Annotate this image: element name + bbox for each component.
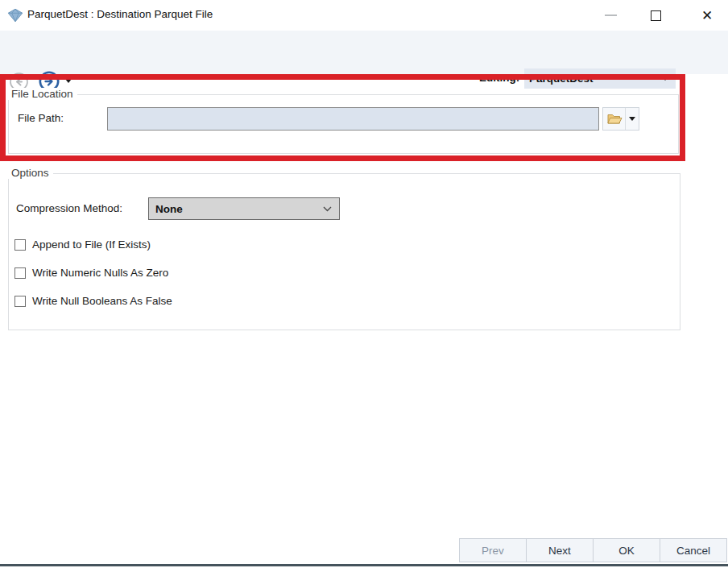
checkbox-label: Write Null Booleans As False [32,295,172,307]
minimize-icon [605,15,617,16]
browse-folder-button[interactable] [603,108,625,130]
cancel-button[interactable]: Cancel [660,538,727,562]
editing-combobox[interactable]: ParquetDest [524,68,676,89]
maximize-button[interactable] [638,0,673,31]
checkbox-label: Append to File (If Exists) [32,238,151,251]
browse-control [602,107,639,131]
editing-label: Editing: [479,72,519,84]
browse-dropdown-button[interactable] [625,108,639,130]
maximize-icon [651,10,661,21]
titlebar: ParquetDest : Destination Parquet File ✕ [0,0,728,31]
close-button[interactable]: ✕ [686,0,728,31]
checkbox-write-numeric-nulls[interactable]: Write Numeric Nulls As Zero [14,267,168,279]
checkbox-icon[interactable] [14,239,26,251]
checkbox-write-null-booleans[interactable]: Write Null Booleans As False [14,295,172,307]
toolbar: Editing: ParquetDest [0,31,728,74]
next-button[interactable]: Next [526,538,594,562]
checkbox-label: Write Numeric Nulls As Zero [32,267,168,279]
footer-button-bar: Prev Next OK Cancel [459,538,727,562]
compression-method-value: None [155,203,183,215]
compression-method-combobox[interactable]: None [148,197,340,220]
chevron-down-icon [323,206,332,212]
options-group-label: Options [7,167,53,179]
chevron-down-icon [629,117,635,121]
file-path-label: File Path: [18,112,64,124]
checkbox-icon[interactable] [14,267,26,279]
file-location-group-label: File Location [7,88,77,100]
chevron-down-icon [662,77,668,81]
forward-dropdown-caret-icon[interactable] [65,79,72,83]
editing-value: ParquetDest [529,73,594,85]
minimize-button[interactable] [593,0,628,31]
checkbox-icon[interactable] [14,296,26,307]
window-title: ParquetDest : Destination Parquet File [27,8,213,20]
compression-method-label: Compression Method: [16,202,122,214]
window-bottom-border [0,564,728,566]
prev-button[interactable]: Prev [459,538,527,562]
file-path-input[interactable] [107,107,599,131]
open-folder-icon [606,113,623,126]
app-diamond-icon [7,7,23,23]
ok-button[interactable]: OK [593,538,660,562]
checkbox-append-to-file[interactable]: Append to File (If Exists) [14,238,151,251]
